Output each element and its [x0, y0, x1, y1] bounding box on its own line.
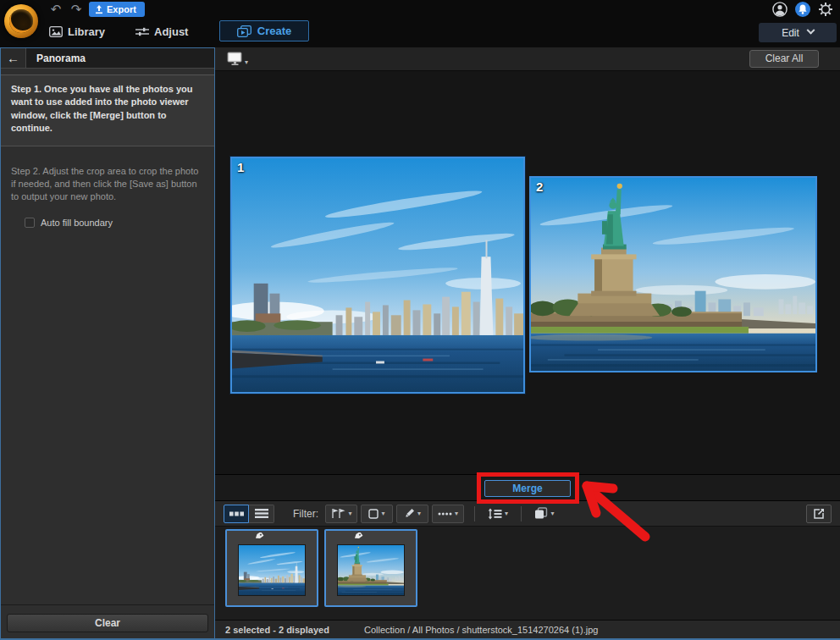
color-label-icon	[368, 509, 379, 519]
edit-mode-dropdown[interactable]: Edit	[759, 23, 837, 42]
tag-icon	[254, 532, 265, 542]
sort-icon	[488, 508, 502, 520]
stack-view-button[interactable]: ▾	[528, 505, 561, 523]
create-icon	[237, 25, 251, 37]
breadcrumb: Collection / All Photos / shutterstock_1…	[364, 625, 598, 635]
sort-order-button[interactable]: ▾	[482, 505, 514, 523]
thumbnail-1-image	[238, 544, 306, 596]
photo-item-2[interactable]: 2	[529, 176, 817, 372]
photo-2-number: 2	[536, 179, 543, 194]
auto-fill-checkbox[interactable]	[25, 218, 35, 228]
photo-icon	[49, 26, 63, 37]
panel-title: Panorama	[26, 52, 86, 64]
grid-view-icon	[229, 511, 244, 516]
toolbar-separator	[474, 506, 475, 521]
pencil-icon	[404, 508, 415, 519]
toolbar-separator	[521, 506, 522, 521]
external-link-icon	[813, 508, 825, 520]
more-dots-icon	[438, 512, 452, 516]
list-view-button[interactable]	[249, 505, 274, 523]
flags-icon	[330, 508, 345, 519]
thumbnail-2[interactable]	[324, 529, 417, 607]
dropdown-arrow-icon: ▾	[245, 59, 248, 66]
step1-instructions: Step 1. Once you have all the photos you…	[1, 74, 214, 146]
auto-fill-boundary-row: Auto fill boundary	[25, 218, 214, 228]
dropdown-arrow-icon: ▾	[348, 510, 351, 517]
stack-icon	[534, 507, 548, 520]
clear-all-button[interactable]: Clear All	[749, 50, 819, 68]
panel-footer: Clear	[1, 604, 214, 640]
clear-button[interactable]: Clear	[7, 614, 208, 632]
notifications-icon[interactable]	[795, 2, 810, 17]
dropdown-arrow-icon: ▾	[417, 510, 421, 517]
sliders-icon	[135, 26, 149, 37]
upload-icon	[95, 5, 103, 14]
filmstrip	[215, 527, 840, 620]
back-button[interactable]: ←	[1, 48, 26, 68]
filter-label-color-button[interactable]: ▾	[361, 505, 393, 523]
filter-edited-button[interactable]: ▾	[396, 505, 428, 523]
export-button[interactable]: Export	[89, 2, 145, 17]
main-area: ▾ Clear All 1 2 Merge	[215, 47, 840, 640]
filter-flag-button[interactable]: ▾	[325, 505, 357, 523]
edit-label: Edit	[782, 27, 799, 39]
thumbnail-1[interactable]	[225, 529, 318, 607]
filmstrip-toolbar: Filter: ▾ ▾	[215, 501, 840, 527]
filter-more-button[interactable]: ▾	[432, 505, 464, 523]
settings-icon[interactable]	[818, 2, 833, 17]
thumbnail-view-button[interactable]	[224, 505, 249, 523]
photo-viewer-canvas: 1 2	[215, 71, 840, 474]
step2-instructions: Step 2. Adjust the crop area to crop the…	[1, 157, 214, 207]
selection-count: 2 selected - 2 displayed	[225, 625, 329, 635]
redo-icon[interactable]: ↷	[67, 2, 86, 17]
merge-row: Merge	[215, 474, 840, 501]
dropdown-arrow-icon: ▾	[505, 510, 508, 517]
auto-fill-label: Auto fill boundary	[41, 218, 113, 228]
panorama-panel: ← Panorama Step 1. Once you have all the…	[0, 47, 215, 640]
thumbnail-2-image	[337, 544, 405, 596]
tab-adjust[interactable]: Adjust	[135, 22, 188, 41]
photo-1-number: 1	[237, 160, 244, 174]
photodirector-window: ↶ ↷ Export Library Adjust	[0, 0, 840, 640]
tab-create[interactable]: Create	[219, 20, 309, 41]
undo-icon[interactable]: ↶	[47, 2, 65, 17]
merge-button[interactable]: Merge	[484, 480, 571, 497]
viewer-toolbar: ▾ Clear All	[215, 47, 840, 71]
open-in-new-window-button[interactable]	[806, 505, 832, 523]
photo-item-1[interactable]: 1	[230, 157, 525, 394]
display-mode-button[interactable]: ▾	[227, 52, 248, 66]
dropdown-arrow-icon: ▾	[550, 510, 554, 517]
tab-library-label: Library	[68, 25, 105, 38]
top-bar: ↶ ↷ Export Library Adjust	[0, 0, 840, 47]
filter-label: Filter:	[293, 508, 318, 520]
account-icon[interactable]	[772, 2, 788, 17]
export-label: Export	[107, 4, 136, 14]
tag-icon	[353, 532, 364, 542]
tab-library[interactable]: Library	[49, 22, 105, 41]
list-view-icon	[255, 509, 268, 518]
tab-adjust-label: Adjust	[154, 25, 188, 38]
status-bar: 2 selected - 2 displayed Collection / Al…	[215, 620, 840, 640]
monitor-icon	[227, 52, 243, 66]
panel-header: ← Panorama	[1, 48, 214, 69]
tab-create-label: Create	[257, 25, 291, 37]
dropdown-arrow-icon: ▾	[381, 510, 384, 517]
chevron-down-icon	[806, 26, 815, 35]
app-logo-icon	[4, 4, 38, 38]
dropdown-arrow-icon: ▾	[455, 510, 458, 517]
